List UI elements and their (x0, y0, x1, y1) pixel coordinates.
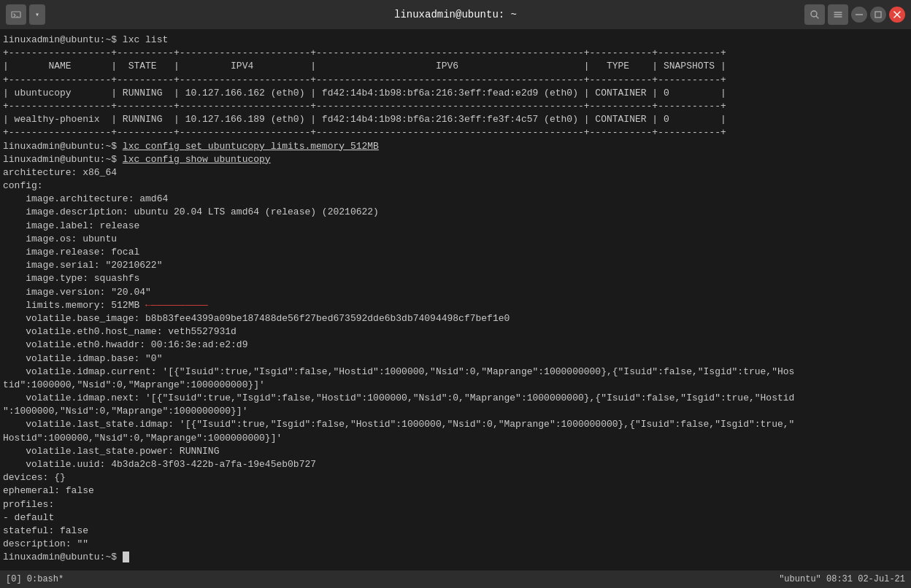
terminal-line: devices: {} (3, 471, 908, 484)
terminal-line: description: "" (3, 538, 908, 551)
terminal-line: volatile.last_state.idmap: '[{"Isuid":tr… (3, 418, 908, 431)
titlebar-dropdown[interactable]: ▾ (29, 4, 45, 25)
terminal-line: linuxadmin@ubuntu:~$ (3, 551, 908, 564)
terminal-line: volatile.idmap.next: '[{"Isuid":true,"Is… (3, 392, 908, 405)
terminal-line: +------------------+----------+---------… (3, 126, 908, 139)
terminal-line: image.serial: "20210622" (3, 259, 908, 272)
terminal-line: +------------------+----------+---------… (3, 74, 908, 87)
svg-rect-8 (875, 12, 881, 18)
close-button[interactable] (889, 7, 905, 23)
search-button[interactable] (804, 4, 825, 25)
titlebar: ▾ linuxadmin@ubuntu: ~ (0, 0, 911, 29)
menu-button[interactable] (828, 4, 848, 25)
terminal-line: ephemeral: false (3, 484, 908, 498)
terminal-line: volatile.eth0.hwaddr: 00:16:3e:ad:e2:d9 (3, 339, 908, 352)
terminal-line: - default (3, 511, 908, 525)
terminal-line: volatile.eth0.host_name: veth5527931d (3, 325, 908, 339)
statusbar-right: "ubuntu" 08:31 02-Jul-21 (779, 574, 905, 584)
terminal-line: image.description: ubuntu 20.04 LTS amd6… (3, 206, 908, 219)
terminal-line: +------------------+----------+---------… (3, 47, 908, 60)
terminal-line: linuxadmin@ubuntu:~$ lxc list (3, 34, 908, 47)
terminal-line: volatile.base_image: b8b83fee4399a09be18… (3, 312, 908, 325)
statusbar: [0] 0:bash* "ubuntu" 08:31 02-Jul-21 (0, 570, 911, 588)
terminal-line: | ubuntucopy | RUNNING | 10.127.166.162 … (3, 87, 908, 100)
terminal-line: volatile.idmap.current: '[{"Isuid":true,… (3, 365, 908, 379)
terminal-line: +------------------+----------+---------… (3, 100, 908, 113)
terminal-line: | NAME | STATE | IPV4 | IPV6 | TYPE | SN… (3, 60, 908, 73)
terminal-line: linuxadmin@ubuntu:~$ lxc config show ubu… (3, 153, 908, 166)
terminal-line: volatile.last_state.power: RUNNING (3, 445, 908, 458)
terminal-line: profiles: (3, 498, 908, 511)
terminal-icon[interactable] (6, 4, 26, 25)
maximize-button[interactable] (870, 7, 886, 23)
statusbar-left: [0] 0:bash* (6, 574, 64, 584)
terminal-line: volatile.idmap.base: "0" (3, 352, 908, 365)
terminal-line: config: (3, 179, 908, 193)
minimize-button[interactable] (851, 7, 867, 23)
terminal-line: image.version: "20.04" (3, 286, 908, 299)
terminal-line: tid":1000000,"Nsid":0,"Maprange":1000000… (3, 379, 908, 392)
terminal-line: image.type: squashfs (3, 272, 908, 285)
svg-line-3 (816, 16, 818, 18)
terminal-line: stateful: false (3, 525, 908, 538)
terminal-line: ":1000000,"Nsid":0,"Maprange":1000000000… (3, 405, 908, 418)
terminal-line: architecture: x86_64 (3, 166, 908, 179)
terminal-line: image.release: focal (3, 246, 908, 259)
terminal-line: volatile.uuid: 4b3da2c8-3f03-422b-a7fa-1… (3, 458, 908, 471)
terminal-line: limits.memory: 512MB ←—————————— (3, 299, 908, 312)
window-title: linuxadmin@ubuntu: ~ (394, 9, 517, 20)
terminal-content: linuxadmin@ubuntu:~$ lxc list+----------… (0, 29, 911, 570)
terminal-line: linuxadmin@ubuntu:~$ lxc config set ubun… (3, 140, 908, 153)
terminal-line: Hostid":1000000,"Nsid":0,"Maprange":1000… (3, 432, 908, 445)
titlebar-controls (804, 4, 905, 25)
terminal-line: image.label: release (3, 220, 908, 233)
terminal-line: | wealthy-phoenix | RUNNING | 10.127.166… (3, 113, 908, 126)
titlebar-left: ▾ (6, 4, 45, 25)
terminal-line: image.os: ubuntu (3, 233, 908, 246)
terminal-line: image.architecture: amd64 (3, 193, 908, 206)
